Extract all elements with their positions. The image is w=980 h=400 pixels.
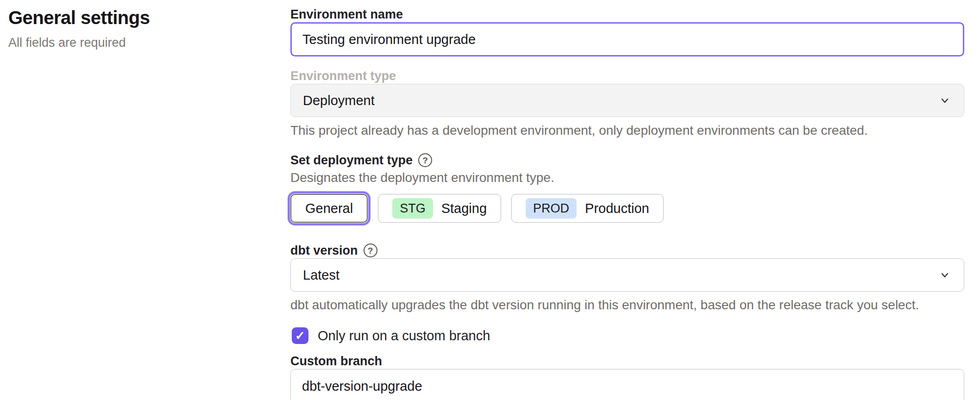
option-label: General [305, 201, 353, 216]
settings-header: General settings All fields are required [0, 0, 290, 400]
check-icon: ✓ [295, 330, 305, 342]
deployment-type-option-general[interactable]: General [290, 194, 368, 223]
option-label: Staging [441, 201, 487, 216]
help-icon[interactable]: ? [364, 244, 377, 257]
settings-form: Environment name Environment type Deploy… [290, 0, 980, 400]
custom-branch-checkbox-row: ✓ Only run on a custom branch [290, 327, 964, 344]
general-settings-page: General settings All fields are required… [0, 0, 980, 400]
custom-branch-input[interactable] [290, 369, 964, 400]
chevron-down-icon [938, 268, 952, 282]
option-label: Production [585, 201, 649, 216]
environment-type-helper: This project already has a development e… [290, 124, 964, 138]
dbt-version-field: dbt version ? Latest dbt automatically u… [290, 243, 964, 312]
custom-branch-label: Custom branch [290, 353, 964, 369]
page-title: General settings [8, 6, 290, 29]
environment-type-select: Deployment [290, 84, 964, 117]
dbt-version-label-text: dbt version [290, 243, 358, 258]
custom-branch-checkbox[interactable]: ✓ [292, 327, 308, 344]
environment-type-label: Environment type [290, 68, 964, 84]
page-subtitle: All fields are required [8, 35, 290, 50]
deployment-type-option-staging[interactable]: STG Staging [378, 194, 501, 223]
help-icon[interactable]: ? [418, 153, 432, 167]
dbt-version-helper: dbt automatically upgrades the dbt versi… [290, 298, 964, 312]
dbt-version-select[interactable]: Latest [290, 258, 964, 292]
deployment-type-description: Designates the deployment environment ty… [290, 171, 964, 185]
deployment-type-options: General STG Staging PROD Production [288, 191, 964, 225]
custom-branch-checkbox-label[interactable]: Only run on a custom branch [318, 328, 490, 344]
dbt-version-label: dbt version ? [290, 243, 964, 258]
staging-badge: STG [392, 198, 433, 219]
environment-type-field: Environment type Deployment This project… [290, 68, 964, 138]
custom-branch-field: Custom branch [290, 353, 964, 400]
deployment-type-label-text: Set deployment type [290, 152, 413, 168]
chevron-down-icon [938, 94, 952, 107]
deployment-type-field: Set deployment type ? Designates the dep… [290, 152, 964, 225]
production-badge: PROD [526, 198, 577, 219]
deployment-type-label: Set deployment type ? [290, 152, 964, 168]
environment-type-value: Deployment [303, 93, 375, 108]
environment-name-label: Environment name [290, 6, 964, 22]
deployment-type-option-production[interactable]: PROD Production [511, 194, 664, 223]
dbt-version-value: Latest [303, 268, 339, 283]
environment-name-field: Environment name [290, 6, 964, 56]
environment-name-input[interactable] [290, 22, 964, 56]
